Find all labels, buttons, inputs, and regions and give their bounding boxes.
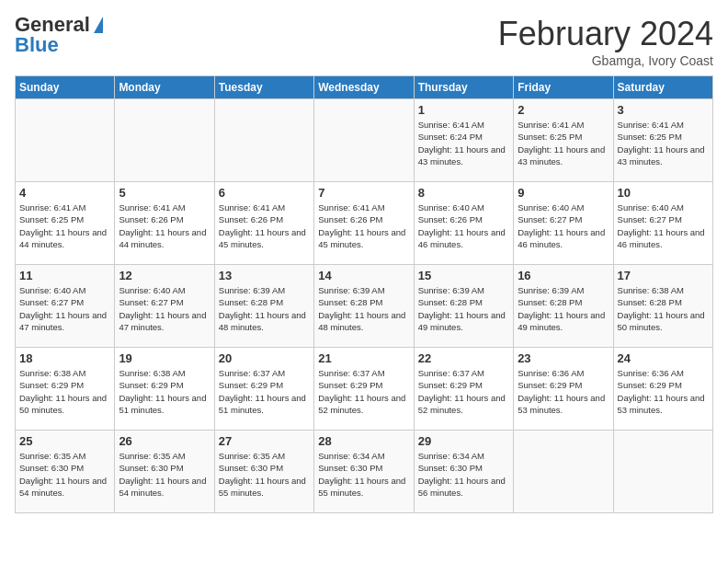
calendar-header-row: SundayMondayTuesdayWednesdayThursdayFrid… bbox=[16, 76, 713, 99]
day-number: 8 bbox=[418, 186, 509, 200]
day-info: Sunrise: 6:35 AM Sunset: 6:30 PM Dayligh… bbox=[119, 450, 210, 499]
logo-general: General bbox=[15, 15, 90, 35]
day-info: Sunrise: 6:35 AM Sunset: 6:30 PM Dayligh… bbox=[219, 450, 310, 499]
day-number: 20 bbox=[219, 351, 310, 365]
header: General Blue February 2024 Gbamga, Ivory… bbox=[15, 15, 713, 68]
day-cell: 21Sunrise: 6:37 AM Sunset: 6:29 PM Dayli… bbox=[314, 348, 414, 431]
day-cell bbox=[613, 431, 712, 513]
title-area: February 2024 Gbamga, Ivory Coast bbox=[498, 15, 713, 68]
day-info: Sunrise: 6:41 AM Sunset: 6:25 PM Dayligh… bbox=[518, 119, 609, 167]
day-cell bbox=[115, 99, 214, 182]
day-number: 5 bbox=[119, 186, 210, 200]
day-cell: 1Sunrise: 6:41 AM Sunset: 6:24 PM Daylig… bbox=[414, 99, 513, 182]
day-number: 21 bbox=[318, 351, 409, 365]
day-number: 11 bbox=[19, 269, 110, 282]
day-number: 29 bbox=[418, 434, 509, 448]
day-info: Sunrise: 6:40 AM Sunset: 6:27 PM Dayligh… bbox=[119, 284, 210, 333]
day-info: Sunrise: 6:41 AM Sunset: 6:24 PM Dayligh… bbox=[418, 119, 509, 167]
day-number: 23 bbox=[518, 351, 609, 365]
day-cell bbox=[314, 99, 414, 182]
day-number: 4 bbox=[19, 186, 110, 200]
day-number: 26 bbox=[119, 434, 210, 448]
day-info: Sunrise: 6:41 AM Sunset: 6:26 PM Dayligh… bbox=[119, 201, 210, 250]
col-header-tuesday: Tuesday bbox=[214, 76, 313, 99]
day-cell: 12Sunrise: 6:40 AM Sunset: 6:27 PM Dayli… bbox=[115, 265, 214, 348]
day-info: Sunrise: 6:38 AM Sunset: 6:29 PM Dayligh… bbox=[119, 367, 210, 416]
day-number: 1 bbox=[418, 103, 509, 117]
calendar-table: SundayMondayTuesdayWednesdayThursdayFrid… bbox=[15, 75, 713, 513]
day-cell: 13Sunrise: 6:39 AM Sunset: 6:28 PM Dayli… bbox=[214, 265, 313, 348]
day-info: Sunrise: 6:34 AM Sunset: 6:30 PM Dayligh… bbox=[318, 450, 409, 499]
day-cell: 7Sunrise: 6:41 AM Sunset: 6:26 PM Daylig… bbox=[314, 182, 414, 265]
day-number: 17 bbox=[618, 269, 709, 282]
week-row-2: 4Sunrise: 6:41 AM Sunset: 6:25 PM Daylig… bbox=[16, 182, 713, 265]
day-number: 2 bbox=[518, 103, 609, 117]
day-number: 14 bbox=[318, 269, 409, 282]
day-info: Sunrise: 6:40 AM Sunset: 6:27 PM Dayligh… bbox=[618, 201, 709, 250]
day-cell: 20Sunrise: 6:37 AM Sunset: 6:29 PM Dayli… bbox=[214, 348, 313, 431]
day-info: Sunrise: 6:40 AM Sunset: 6:26 PM Dayligh… bbox=[418, 201, 509, 250]
week-row-5: 25Sunrise: 6:35 AM Sunset: 6:30 PM Dayli… bbox=[16, 431, 713, 513]
day-info: Sunrise: 6:39 AM Sunset: 6:28 PM Dayligh… bbox=[219, 284, 310, 333]
day-cell: 24Sunrise: 6:36 AM Sunset: 6:29 PM Dayli… bbox=[613, 348, 712, 431]
day-info: Sunrise: 6:41 AM Sunset: 6:25 PM Dayligh… bbox=[19, 201, 110, 250]
day-cell: 18Sunrise: 6:38 AM Sunset: 6:29 PM Dayli… bbox=[16, 348, 115, 431]
day-info: Sunrise: 6:39 AM Sunset: 6:28 PM Dayligh… bbox=[518, 284, 609, 333]
day-info: Sunrise: 6:36 AM Sunset: 6:29 PM Dayligh… bbox=[618, 367, 709, 416]
day-number: 28 bbox=[318, 434, 409, 448]
day-number: 25 bbox=[19, 434, 110, 448]
day-number: 10 bbox=[618, 186, 709, 200]
day-number: 9 bbox=[518, 186, 609, 200]
day-info: Sunrise: 6:40 AM Sunset: 6:27 PM Dayligh… bbox=[19, 284, 110, 333]
col-header-monday: Monday bbox=[115, 76, 214, 99]
col-header-friday: Friday bbox=[514, 76, 613, 99]
day-cell bbox=[214, 99, 313, 182]
day-info: Sunrise: 6:41 AM Sunset: 6:26 PM Dayligh… bbox=[318, 201, 409, 250]
day-info: Sunrise: 6:39 AM Sunset: 6:28 PM Dayligh… bbox=[418, 284, 509, 333]
day-cell: 19Sunrise: 6:38 AM Sunset: 6:29 PM Dayli… bbox=[115, 348, 214, 431]
day-info: Sunrise: 6:39 AM Sunset: 6:28 PM Dayligh… bbox=[318, 284, 409, 333]
calendar-title: February 2024 bbox=[498, 15, 713, 53]
day-cell: 16Sunrise: 6:39 AM Sunset: 6:28 PM Dayli… bbox=[514, 265, 613, 348]
logo: General Blue bbox=[15, 15, 103, 55]
col-header-sunday: Sunday bbox=[16, 76, 115, 99]
day-number: 19 bbox=[119, 351, 210, 365]
day-info: Sunrise: 6:38 AM Sunset: 6:29 PM Dayligh… bbox=[19, 367, 110, 416]
day-cell: 6Sunrise: 6:41 AM Sunset: 6:26 PM Daylig… bbox=[214, 182, 313, 265]
day-info: Sunrise: 6:34 AM Sunset: 6:30 PM Dayligh… bbox=[418, 450, 509, 499]
calendar-subtitle: Gbamga, Ivory Coast bbox=[498, 53, 713, 68]
day-number: 18 bbox=[19, 351, 110, 365]
day-cell: 14Sunrise: 6:39 AM Sunset: 6:28 PM Dayli… bbox=[314, 265, 414, 348]
week-row-1: 1Sunrise: 6:41 AM Sunset: 6:24 PM Daylig… bbox=[16, 99, 713, 182]
day-number: 27 bbox=[219, 434, 310, 448]
day-cell: 8Sunrise: 6:40 AM Sunset: 6:26 PM Daylig… bbox=[414, 182, 513, 265]
day-number: 12 bbox=[119, 269, 210, 282]
day-cell: 29Sunrise: 6:34 AM Sunset: 6:30 PM Dayli… bbox=[414, 431, 513, 513]
col-header-wednesday: Wednesday bbox=[314, 76, 414, 99]
day-cell: 26Sunrise: 6:35 AM Sunset: 6:30 PM Dayli… bbox=[115, 431, 214, 513]
week-row-4: 18Sunrise: 6:38 AM Sunset: 6:29 PM Dayli… bbox=[16, 348, 713, 431]
day-cell: 3Sunrise: 6:41 AM Sunset: 6:25 PM Daylig… bbox=[613, 99, 712, 182]
day-number: 16 bbox=[518, 269, 609, 282]
day-cell: 23Sunrise: 6:36 AM Sunset: 6:29 PM Dayli… bbox=[514, 348, 613, 431]
day-cell: 17Sunrise: 6:38 AM Sunset: 6:28 PM Dayli… bbox=[613, 265, 712, 348]
day-cell: 11Sunrise: 6:40 AM Sunset: 6:27 PM Dayli… bbox=[16, 265, 115, 348]
logo-triangle-icon bbox=[94, 17, 103, 33]
day-info: Sunrise: 6:37 AM Sunset: 6:29 PM Dayligh… bbox=[318, 367, 409, 416]
day-info: Sunrise: 6:41 AM Sunset: 6:25 PM Dayligh… bbox=[618, 119, 709, 167]
day-info: Sunrise: 6:38 AM Sunset: 6:28 PM Dayligh… bbox=[618, 284, 709, 333]
day-cell bbox=[514, 431, 613, 513]
day-cell: 2Sunrise: 6:41 AM Sunset: 6:25 PM Daylig… bbox=[514, 99, 613, 182]
day-number: 6 bbox=[219, 186, 310, 200]
day-info: Sunrise: 6:41 AM Sunset: 6:26 PM Dayligh… bbox=[219, 201, 310, 250]
week-row-3: 11Sunrise: 6:40 AM Sunset: 6:27 PM Dayli… bbox=[16, 265, 713, 348]
day-number: 22 bbox=[418, 351, 509, 365]
day-cell: 28Sunrise: 6:34 AM Sunset: 6:30 PM Dayli… bbox=[314, 431, 414, 513]
day-cell: 9Sunrise: 6:40 AM Sunset: 6:27 PM Daylig… bbox=[514, 182, 613, 265]
col-header-thursday: Thursday bbox=[414, 76, 513, 99]
day-cell: 27Sunrise: 6:35 AM Sunset: 6:30 PM Dayli… bbox=[214, 431, 313, 513]
day-number: 15 bbox=[418, 269, 509, 282]
day-info: Sunrise: 6:37 AM Sunset: 6:29 PM Dayligh… bbox=[219, 367, 310, 416]
day-info: Sunrise: 6:36 AM Sunset: 6:29 PM Dayligh… bbox=[518, 367, 609, 416]
day-number: 24 bbox=[618, 351, 709, 365]
